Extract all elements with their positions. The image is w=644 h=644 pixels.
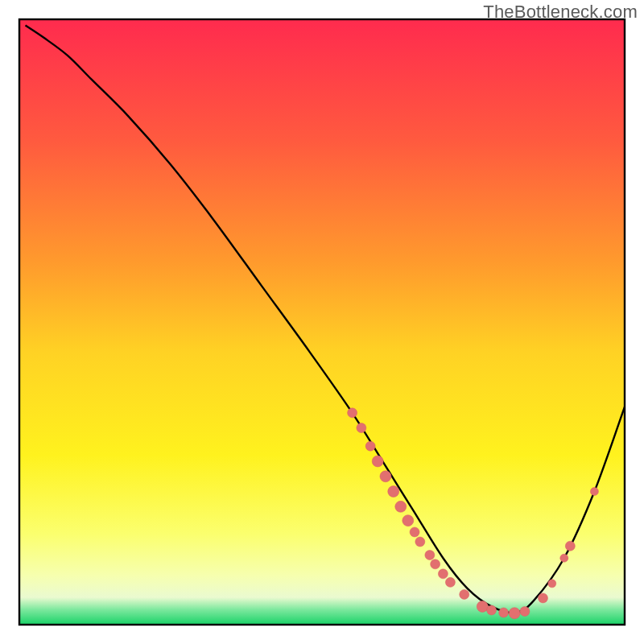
curve-marker [431,559,440,569]
curve-marker [590,488,598,496]
curve-marker [520,606,530,616]
attribution-label: TheBottleneck.com [483,2,638,23]
curve-marker [388,486,399,497]
curve-marker [565,541,575,551]
curve-marker [538,593,547,603]
curve-marker [560,554,568,562]
curve-marker [425,551,435,560]
curve-marker [499,608,509,617]
curve-marker [445,577,455,587]
curve-marker [357,423,366,433]
chart-container: TheBottleneck.com [0,0,644,644]
curve-marker [365,441,375,451]
curve-marker [438,569,448,579]
curve-marker [548,580,556,588]
curve-marker [415,537,425,547]
curve-marker [372,456,383,467]
curve-marker [509,608,520,619]
curve-marker [348,408,357,418]
curve-marker [477,601,488,612]
curve-marker [410,527,419,537]
curve-marker [402,515,414,526]
curve-marker [487,605,497,615]
curve-marker [395,501,407,512]
bottleneck-chart [0,0,644,644]
curve-marker [380,471,391,482]
plot-background [19,19,625,625]
curve-marker [460,589,469,599]
